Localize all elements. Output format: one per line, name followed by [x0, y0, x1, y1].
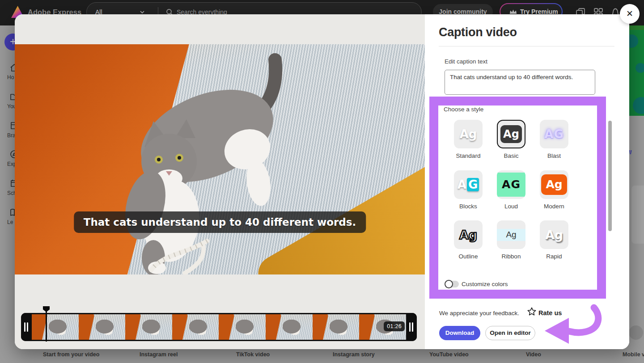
duration-badge: 01:26 — [384, 321, 405, 331]
panel-scrollbar[interactable] — [608, 121, 612, 231]
schedule-icon — [9, 178, 15, 188]
explore-icon — [9, 149, 15, 159]
panel-title: Caption video — [439, 25, 517, 39]
trim-handle-left[interactable] — [21, 313, 32, 341]
home-icon — [9, 63, 15, 72]
timeline-thumb — [266, 314, 313, 340]
timeline-thumb — [32, 314, 79, 340]
download-button[interactable]: Download — [439, 326, 480, 340]
timeline-thumbnails[interactable] — [32, 314, 406, 340]
background-circle — [629, 325, 643, 340]
customize-colors-toggle[interactable] — [445, 281, 459, 287]
caption-text-input[interactable] — [445, 70, 595, 95]
style-option-outline[interactable]: AgOutline — [447, 220, 490, 260]
template-label[interactable]: YouTube video — [429, 351, 469, 358]
background-template-thumbnail — [629, 25, 644, 116]
background-card-edge — [631, 186, 644, 244]
choose-style-label: Choose a style — [444, 106, 483, 113]
timeline-thumb — [79, 314, 126, 340]
template-label[interactable]: Instagram reel — [140, 351, 178, 358]
brands-icon — [9, 121, 15, 131]
caption-panel: Caption video Edit caption text Choose a… — [425, 14, 629, 349]
timeline-bar[interactable]: 01:26 — [21, 313, 417, 341]
trim-handle-right[interactable] — [406, 313, 417, 341]
timeline-thumb — [125, 314, 172, 340]
template-category-row: Start from your videoInstagram reelTikTo… — [0, 351, 644, 360]
timeline-thumb — [219, 314, 266, 340]
template-label[interactable]: TikTok video — [236, 351, 270, 358]
playhead[interactable] — [46, 307, 47, 342]
style-option-ribbon[interactable]: AgRibbon — [490, 220, 533, 260]
your-stuff-icon — [9, 92, 15, 101]
cat-illustration — [15, 44, 425, 274]
video-frame[interactable]: That cats understand up to 40 different … — [15, 44, 425, 274]
style-option-blocks[interactable]: AGBlocks — [447, 170, 490, 210]
style-option-basic[interactable]: AgBasic — [490, 120, 533, 159]
style-option-modern[interactable]: AgModern — [533, 170, 576, 210]
create-new-button[interactable]: + — [4, 34, 15, 51]
template-label[interactable]: Start from your video — [43, 351, 99, 358]
left-sidebar: + HoYouBraExpSchLe — [0, 25, 15, 363]
template-label[interactable]: Video — [526, 351, 541, 358]
open-in-editor-button[interactable]: Open in editor — [485, 326, 535, 340]
close-button[interactable]: ✕ — [620, 4, 640, 24]
caption-video-modal: That cats understand up to 40 different … — [15, 14, 629, 349]
rate-us-button[interactable]: Rate us — [538, 309, 562, 317]
template-label[interactable]: Mobile vid — [623, 351, 644, 358]
style-option-rapid[interactable]: AgRapid — [533, 220, 576, 260]
video-preview-pane: That cats understand up to 40 different … — [15, 14, 425, 349]
style-option-loud[interactable]: AGLoud — [490, 170, 533, 210]
template-label[interactable]: Instagram story — [333, 351, 375, 358]
feedback-text: We appreciate your feedback. — [439, 310, 519, 317]
star-icon — [527, 307, 537, 317]
close-icon: ✕ — [626, 9, 633, 18]
style-option-blast[interactable]: AGBlast — [533, 120, 576, 159]
customize-colors-label: Customize colors — [462, 281, 508, 287]
edit-caption-label: Edit caption text — [445, 58, 487, 65]
style-option-standard[interactable]: AgStandard — [447, 120, 490, 159]
timeline-thumb — [172, 314, 219, 340]
video-caption-overlay: That cats understand up to 40 different … — [74, 211, 366, 233]
divider — [439, 46, 614, 46]
learn-icon — [9, 207, 15, 217]
timeline-thumb — [313, 314, 360, 340]
